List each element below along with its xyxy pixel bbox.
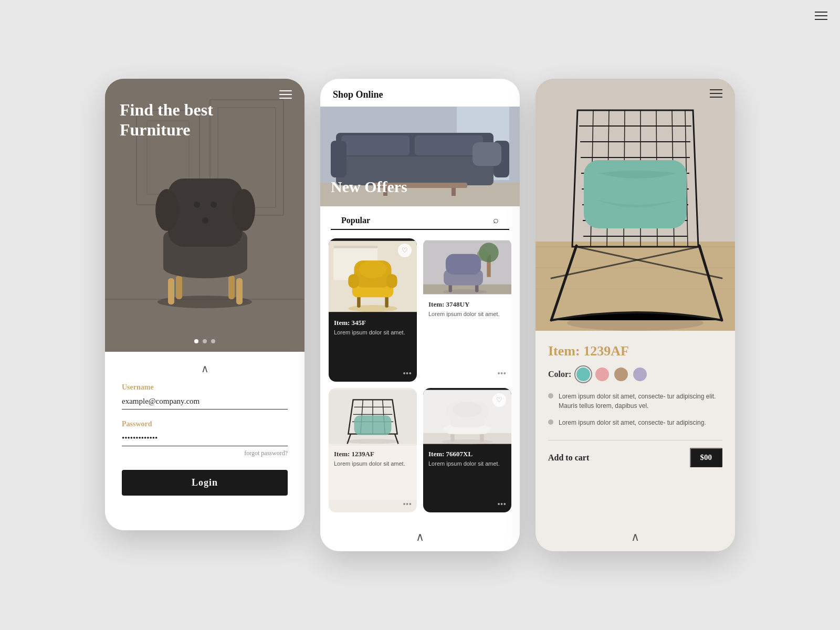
username-input[interactable] xyxy=(122,395,288,410)
color-swatch-teal[interactable] xyxy=(576,368,590,381)
search-bar: Popular ⌕ xyxy=(331,215,509,230)
collapse-button[interactable]: ∧ xyxy=(201,362,209,375)
feature-text-1: Lorem ipsum dolor sit amet, consecte- tu… xyxy=(559,392,722,411)
add-to-cart-row: Add to cart $00 xyxy=(548,440,722,467)
product-detail-top-bar xyxy=(536,79,735,108)
product-card-4: ♡ xyxy=(423,388,511,513)
svg-rect-74 xyxy=(484,415,496,427)
product-menu-1[interactable]: ••• xyxy=(329,369,417,382)
product-desc-1: Lorem ipsum dolor sit amet. xyxy=(334,329,412,337)
hero-title-line2: Furniture xyxy=(120,120,191,139)
svg-point-17 xyxy=(155,189,178,231)
hamburger-menu[interactable] xyxy=(279,90,292,99)
feature-dot-1 xyxy=(548,393,553,398)
svg-point-75 xyxy=(453,402,482,417)
product-detail-section: Item: 1239AF Color: Lorem ipsum dolor si… xyxy=(536,331,735,523)
detail-hamburger[interactable] xyxy=(710,89,722,98)
banner-label: New Offers xyxy=(331,178,407,196)
hero-title: Find the best Furniture xyxy=(120,100,213,140)
product-info-3: Item: 1239AF Lorem ipsum dolor sit amet. xyxy=(329,446,417,500)
search-label: Popular xyxy=(341,216,493,228)
products-grid: ♡ Item: 345F Lorem ipsum dolor sit amet.… xyxy=(320,238,520,523)
color-swatch-lavender[interactable] xyxy=(633,368,647,381)
svg-rect-8 xyxy=(236,278,243,304)
login-button[interactable]: Login xyxy=(122,470,288,496)
heart-icon-4[interactable]: ♡ xyxy=(492,393,506,407)
product-info-1: Item: 345F Lorem ipsum dolor sit amet. xyxy=(329,314,417,369)
svg-rect-63 xyxy=(354,415,392,435)
product-image-2 xyxy=(423,238,511,296)
slide-indicators xyxy=(194,339,215,343)
product-number-2: Item: 3748UY xyxy=(428,300,506,309)
shop-bottom-bar: ∧ xyxy=(320,523,520,551)
svg-rect-43 xyxy=(386,274,397,288)
product-title: Item: 1239AF xyxy=(548,343,722,359)
detail-scroll-up-icon[interactable]: ∧ xyxy=(631,530,639,544)
product-info-2: Item: 3748UY Lorem ipsum dolor sit amet. xyxy=(423,296,511,369)
product-desc-2: Lorem ipsum dolor sit amet. xyxy=(428,310,506,318)
product-number-1: Item: 345F xyxy=(334,319,412,327)
screens-container: Find the best Furniture ∧ Username Passw… xyxy=(26,79,814,551)
shop-title: Shop Online xyxy=(333,89,383,100)
feature-item-1: Lorem ipsum dolor sit amet, consecte- tu… xyxy=(548,392,722,411)
forgot-password-link[interactable]: forgot password? xyxy=(244,449,288,457)
svg-point-14 xyxy=(194,202,200,208)
svg-rect-36 xyxy=(333,246,377,248)
hero-section: Find the best Furniture xyxy=(105,79,304,352)
dot-1 xyxy=(194,339,198,343)
password-input[interactable] xyxy=(122,432,288,446)
username-label: Username xyxy=(122,383,154,392)
product-menu-2[interactable]: ••• xyxy=(423,369,511,382)
svg-point-15 xyxy=(211,202,217,208)
svg-rect-54 xyxy=(446,254,481,275)
product-card-2: Item: 3748UY Lorem ipsum dolor sit amet.… xyxy=(423,238,511,382)
color-swatch-tan[interactable] xyxy=(614,368,628,381)
product-hero-image xyxy=(536,79,735,331)
svg-rect-33 xyxy=(472,142,501,166)
dot-2 xyxy=(203,339,207,343)
product-image-3 xyxy=(329,388,417,446)
product-hero xyxy=(536,79,735,331)
heart-icon-1[interactable]: ♡ xyxy=(398,244,412,257)
feature-text-2: Lorem ipsum dolor sit amet, consecte- tu… xyxy=(559,418,706,427)
screen-login: Find the best Furniture ∧ Username Passw… xyxy=(105,79,304,530)
svg-rect-10 xyxy=(228,276,235,299)
hero-title-line1: Find the best xyxy=(120,100,213,119)
color-label: Color: xyxy=(548,370,571,379)
product-menu-4[interactable]: ••• xyxy=(423,500,511,512)
password-label: Password xyxy=(122,420,152,428)
feature-list: Lorem ipsum dolor sit amet, consecte- tu… xyxy=(548,392,722,427)
svg-rect-9 xyxy=(176,276,182,299)
svg-rect-28 xyxy=(331,141,346,177)
product-info-4: Item: 76607XL Lorem ipsum dolor sit amet… xyxy=(423,446,511,500)
product-menu-3[interactable]: ••• xyxy=(329,500,417,512)
feature-item-2: Lorem ipsum dolor sit amet, consecte- tu… xyxy=(548,418,722,427)
screen-product-detail: Item: 1239AF Color: Lorem ipsum dolor si… xyxy=(536,79,735,551)
svg-point-16 xyxy=(202,217,208,224)
svg-point-68 xyxy=(442,439,492,444)
svg-rect-7 xyxy=(168,278,174,304)
feature-dot-2 xyxy=(548,419,553,425)
shop-top-bar: Shop Online xyxy=(320,79,520,107)
color-selector: Color: xyxy=(548,368,722,381)
svg-point-18 xyxy=(232,189,255,231)
search-icon[interactable]: ⌕ xyxy=(493,215,499,229)
scroll-up-icon[interactable]: ∧ xyxy=(416,530,424,544)
product-number-4: Item: 76607XL xyxy=(428,450,506,458)
product-card-3: Item: 1239AF Lorem ipsum dolor sit amet.… xyxy=(329,388,417,513)
svg-rect-98 xyxy=(584,160,687,228)
detail-bottom-bar: ∧ xyxy=(536,523,735,551)
dot-3 xyxy=(211,339,215,343)
color-swatch-pink[interactable] xyxy=(595,368,609,381)
product-number-3: Item: 1239AF xyxy=(334,450,412,458)
svg-rect-42 xyxy=(348,274,359,288)
login-section: ∧ Username Password forgot password? Log… xyxy=(105,352,304,530)
add-to-cart-label: Add to cart xyxy=(548,453,589,463)
svg-rect-26 xyxy=(341,135,410,155)
product-desc-3: Lorem ipsum dolor sit amet. xyxy=(334,460,412,468)
svg-point-56 xyxy=(346,439,400,444)
product-desc-4: Lorem ipsum dolor sit amet. xyxy=(428,460,506,468)
svg-point-44 xyxy=(359,260,386,278)
price-button[interactable]: $00 xyxy=(690,448,723,467)
product-card-1: ♡ Item: 345F Lorem ipsum dolor sit amet.… xyxy=(329,238,417,382)
